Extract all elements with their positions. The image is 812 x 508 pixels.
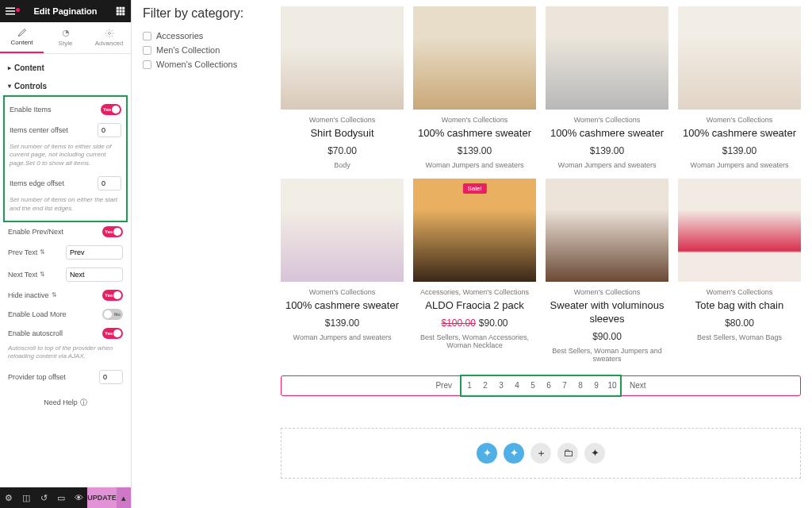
- expand-button[interactable]: ▴: [117, 487, 131, 508]
- product-title: 100% cashmere sweater: [678, 127, 801, 140]
- pagination-page[interactable]: 5: [525, 381, 541, 390]
- pagination-numbers: 12345678910: [460, 375, 622, 397]
- pagination-page[interactable]: 9: [588, 381, 604, 390]
- product-price: $139.00: [281, 318, 404, 329]
- product-card[interactable]: Women's Collections100% cashmere sweater…: [678, 6, 801, 169]
- add-widget-icon[interactable]: ✦: [477, 443, 497, 464]
- items-center-offset-label: Items center offset: [10, 126, 98, 134]
- filter-option[interactable]: Accessories: [143, 29, 270, 43]
- svg-rect-0: [6, 8, 15, 10]
- add-global-icon[interactable]: ✦: [584, 443, 605, 464]
- apps-icon[interactable]: [115, 6, 126, 17]
- product-image: [281, 6, 404, 110]
- filter-option-label: Accessories: [156, 31, 203, 40]
- items-edge-offset-label: Items edge offset: [10, 179, 98, 187]
- add-ai-icon[interactable]: ✦: [504, 443, 524, 464]
- pagination-next[interactable]: Next: [622, 381, 654, 390]
- product-category: Women's Collections: [546, 288, 668, 296]
- pagination-page[interactable]: 8: [573, 381, 588, 390]
- next-text-input[interactable]: [66, 267, 123, 282]
- product-card[interactable]: Women's CollectionsSweater with volumino…: [546, 179, 668, 363]
- settings-icon[interactable]: ⚙: [0, 487, 17, 508]
- product-card[interactable]: Women's Collections100% cashmere sweater…: [546, 6, 668, 169]
- product-price: $90.00: [546, 331, 668, 342]
- checkbox-icon[interactable]: [143, 32, 151, 40]
- product-title: 100% cashmere sweater: [413, 127, 536, 140]
- svg-rect-7: [120, 10, 122, 13]
- product-category: Women's Collections: [281, 116, 404, 124]
- items-center-offset-input[interactable]: [98, 123, 121, 137]
- tab-style-label: Style: [59, 40, 73, 47]
- pagination-page[interactable]: 10: [604, 381, 620, 390]
- product-category: Women's Collections: [678, 288, 801, 296]
- svg-rect-5: [122, 7, 124, 10]
- pagination-page[interactable]: 1: [462, 381, 477, 390]
- checkbox-icon[interactable]: [143, 60, 151, 69]
- product-category: Women's Collections: [546, 116, 668, 124]
- product-card[interactable]: Women's Collections100% cashmere sweater…: [413, 6, 536, 169]
- hide-inactive-toggle[interactable]: Yes: [102, 290, 123, 301]
- preview-icon[interactable]: 👁: [70, 487, 87, 508]
- product-category: Women's Collections: [413, 116, 536, 124]
- svg-rect-1: [6, 10, 15, 12]
- hint-autoscroll: Autoscroll to top of the provider when r…: [8, 343, 123, 366]
- enable-prev-next-label: Enable Prev/Next: [8, 228, 102, 236]
- product-title: Shirt Bodysuit: [281, 127, 404, 140]
- product-card[interactable]: Women's Collections100% cashmere sweater…: [281, 179, 404, 363]
- pagination-prev[interactable]: Prev: [427, 381, 460, 390]
- product-image: [413, 6, 536, 110]
- filter-option[interactable]: Women's Collections: [143, 57, 270, 71]
- enable-prev-next-toggle[interactable]: Yes: [102, 226, 123, 237]
- filter-option[interactable]: Men's Collection: [143, 43, 270, 57]
- add-template-icon[interactable]: 🗀: [557, 443, 578, 464]
- product-category: Women's Collections: [678, 116, 801, 124]
- checkbox-icon[interactable]: [143, 46, 151, 55]
- svg-rect-8: [122, 10, 124, 13]
- responsive-icon[interactable]: ▭: [52, 487, 70, 508]
- menu-icon[interactable]: [5, 6, 16, 17]
- svg-rect-9: [117, 13, 119, 15]
- product-image: [281, 179, 404, 282]
- tab-advanced[interactable]: Advanced: [87, 22, 131, 53]
- svg-rect-4: [120, 7, 122, 10]
- filter-title: Filter by category:: [143, 6, 270, 21]
- navigator-icon[interactable]: ◫: [17, 487, 35, 508]
- prev-text-label: Prev Text⇅: [8, 248, 66, 256]
- add-section-icon[interactable]: ＋: [530, 443, 551, 464]
- product-price: $139.00: [546, 145, 668, 156]
- pagination-page[interactable]: 7: [557, 381, 573, 390]
- items-edge-offset-input[interactable]: [98, 176, 121, 190]
- pagination-page[interactable]: 4: [509, 381, 525, 390]
- enable-load-more-toggle[interactable]: No: [102, 309, 123, 320]
- product-tags: Best Sellers, Woman Bags: [678, 333, 801, 341]
- provider-top-offset-input[interactable]: [99, 370, 123, 384]
- need-help-link[interactable]: Need Help ⓘ: [8, 388, 123, 418]
- tab-style[interactable]: Style: [44, 22, 87, 53]
- update-button[interactable]: UPDATE: [87, 487, 117, 508]
- product-price: $70.00: [281, 145, 404, 156]
- tab-content[interactable]: Content: [0, 22, 44, 53]
- hint-center-offset: Set number of items to either side of cu…: [10, 141, 121, 172]
- enable-items-toggle[interactable]: Yes: [101, 104, 121, 115]
- history-icon[interactable]: ↺: [35, 487, 52, 508]
- product-price: $100.00$90.00: [413, 318, 536, 329]
- panel-title: Edit Pagination: [16, 6, 115, 16]
- pagination-page[interactable]: 2: [477, 381, 493, 390]
- svg-rect-11: [122, 13, 124, 15]
- product-card[interactable]: Women's CollectionsTote bag with chain$8…: [678, 179, 801, 363]
- product-tags: Best Sellers, Woman Jumpers and sweaters: [546, 347, 668, 363]
- enable-autoscroll-toggle[interactable]: Yes: [102, 328, 123, 339]
- section-content[interactable]: ▸Content: [8, 59, 123, 77]
- product-category: Accessories, Women's Collections: [413, 288, 536, 296]
- prev-text-input[interactable]: [66, 245, 123, 260]
- product-image: [546, 6, 668, 110]
- product-image: [678, 179, 801, 282]
- product-image: [678, 6, 801, 110]
- pagination-page[interactable]: 6: [541, 381, 557, 390]
- product-tags: Woman Jumpers and sweaters: [678, 161, 801, 169]
- section-controls[interactable]: ▾Controls: [8, 77, 123, 95]
- pagination-page[interactable]: 3: [493, 381, 509, 390]
- product-card[interactable]: Sale!Accessories, Women's CollectionsALD…: [413, 179, 536, 363]
- filter-option-label: Men's Collection: [156, 45, 220, 55]
- product-card[interactable]: Women's CollectionsShirt Bodysuit$70.00B…: [281, 6, 404, 169]
